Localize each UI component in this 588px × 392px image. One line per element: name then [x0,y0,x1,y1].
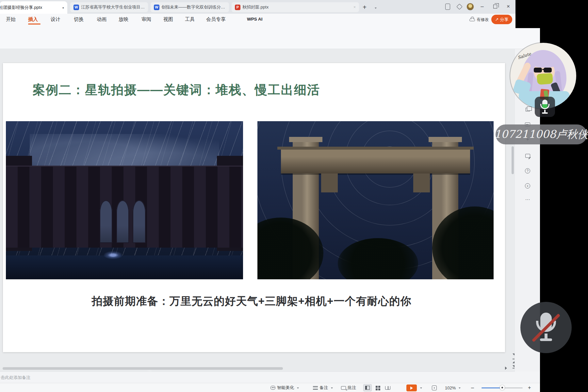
menu-bar: 开始 插入 设计 切换 动画 放映 审阅 视图 工具 会员专享 WPS AI [0,14,540,25]
slide-sorter-view-button[interactable] [373,384,382,391]
menu-view[interactable]: 视图 [163,14,173,25]
tab-label: 江苏省高等学校大学生创业项目申报 [81,4,145,10]
screen: 社团摄影经验分享.pptx • W 江苏省高等学校大学生创业项目申报 W 创指未… [0,0,588,392]
writer-doc-icon: W [74,5,79,10]
sunglasses-icon [534,68,542,73]
integrations-cube-icon[interactable] [455,2,464,11]
share-arrow-icon: ↗ [495,17,499,22]
notes-lines-icon [313,386,318,390]
menu-design[interactable]: 设计 [51,14,60,25]
more-options-icon[interactable]: ⋯ [523,195,532,204]
help-icon[interactable]: ? [523,167,532,175]
tab-doc-2[interactable]: W 创指未来——数字化双创训练分析部 [151,2,229,12]
account-avatar[interactable] [466,3,474,10]
unsaved-dot-icon: • [62,5,64,10]
comment-toggle-button[interactable]: 批注 [341,383,356,392]
play-slideshow-button[interactable] [406,384,417,391]
status-bar: 智能美化 备注 批注 102% – + [0,383,540,392]
tab-label: 社团摄影经验分享.pptx [0,5,42,10]
share-button[interactable]: ↗ 分享 [491,15,512,24]
slide-caption: 拍摄前期准备：万里无云的好天气+三脚架+相机+一个有耐心的你 [46,294,457,309]
ribbon-toolbar: ❖ 图标 图表 智能图形 流程图 思维导图 A 文本框 [0,25,540,49]
vertical-scrollbar[interactable] [512,146,514,174]
slide-title: 案例二：星轨拍摄——关键词：堆栈、慢工出细活 [33,82,320,98]
zoom-slider-handle[interactable] [500,385,505,390]
wps-window: 社团摄影经验分享.pptx • W 江苏省高等学校大学生创业项目申报 W 创指未… [0,0,540,392]
fit-icon [432,385,437,390]
meeting-panel-top [515,0,588,28]
save-status[interactable]: 有修改 [469,15,489,24]
horizontal-scrollbar[interactable] [3,367,283,370]
presentation-doc-icon: P [235,5,240,10]
fit-slide-button[interactable] [432,383,437,392]
tab-label: 秋招封面.pptx [242,4,269,10]
mic-level-indicator[interactable] [535,97,555,117]
comment-icon [341,386,346,390]
tab-doc-1[interactable]: W 江苏省高等学校大学生创业项目申报 [70,2,148,12]
restore-button[interactable] [491,2,500,11]
menu-home[interactable]: 开始 [6,14,16,25]
cloud-sync-icon [469,18,475,21]
notes-bar[interactable]: 击此处添加备注 [0,371,540,383]
normal-view-button[interactable] [363,384,372,391]
tab-label: 创指未来——数字化双创训练分析部 [161,4,226,10]
zoom-in-button[interactable]: + [528,383,531,392]
zoom-out-button[interactable]: – [471,383,474,392]
wps-ai-button[interactable]: WPS AI [247,14,263,25]
participant-name-tag: 107211008卢秋侠 [496,124,587,144]
menu-review[interactable]: 审阅 [141,14,151,25]
robot-icon [270,386,275,390]
menu-animation[interactable]: 动画 [97,14,106,25]
new-tab-button[interactable]: + [360,3,369,12]
photo-star-trails-building [6,121,243,279]
notes-toggle-button[interactable]: 备注 [313,383,333,392]
menu-transition[interactable]: 切换 [74,14,84,25]
proofread-icon[interactable] [523,152,532,160]
zoom-level[interactable]: 102% [445,383,461,392]
active-menu-underline [28,24,41,24]
share-label: 分享 [500,17,508,23]
reading-view-button[interactable] [384,384,392,391]
menu-member[interactable]: 会员专享 [206,14,226,25]
menu-slideshow[interactable]: 放映 [119,14,128,25]
switch-window-icon[interactable] [523,105,532,114]
view-switcher [363,383,392,392]
invite-collaborator-icon[interactable]: + [523,182,532,190]
skin-settings-icon[interactable] [443,2,452,11]
tab-current-presentation[interactable]: 社团摄影经验分享.pptx • [0,1,67,14]
tab-close-icon[interactable]: × [353,5,356,9]
close-button[interactable]: × [504,2,513,11]
play-options-chevron-icon[interactable] [419,383,422,392]
menu-insert[interactable]: 插入 [28,14,38,25]
writer-doc-icon: W [154,5,159,10]
face-mask [537,73,553,85]
document-tab-bar: 社团摄影经验分享.pptx • W 江苏省高等学校大学生创业项目申报 W 创指未… [0,0,540,14]
minimize-button[interactable]: – [478,2,487,11]
tab-list-chevron-icon[interactable] [370,3,380,12]
smart-beautify-button[interactable]: 智能美化 [270,383,299,392]
notes-placeholder: 击此处添加备注 [1,375,30,381]
menu-tools[interactable]: 工具 [185,14,195,25]
mute-microphone-button[interactable] [520,302,572,353]
photo-star-trails-gate [257,121,494,279]
tab-presentation-2[interactable]: P 秋招封面.pptx × [232,2,359,12]
save-status-label: 有修改 [477,17,489,23]
notes-pane-toggle-icon[interactable] [505,367,509,370]
